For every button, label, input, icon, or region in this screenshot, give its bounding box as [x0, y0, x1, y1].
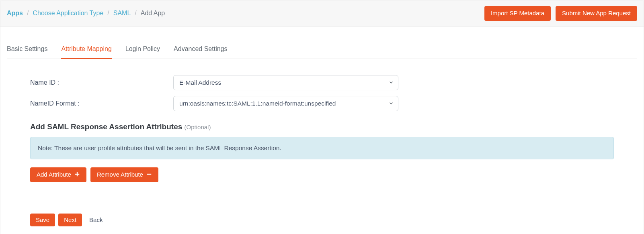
add-attribute-button[interactable]: Add Attribute — [30, 167, 86, 182]
breadcrumb-saml[interactable]: SAML — [113, 10, 131, 17]
import-sp-metadata-button[interactable]: Import SP Metadata — [484, 6, 551, 21]
footer-actions: Save Next Back — [0, 214, 644, 234]
note-box: Note: These are user profile attributes … — [30, 137, 614, 159]
label-nameid-format: NameID Format : — [30, 100, 173, 107]
nameid-format-select[interactable]: urn:oasis:names:tc:SAML:1.1:nameid-forma… — [173, 96, 398, 111]
name-id-select[interactable]: E-Mail Address — [173, 75, 398, 90]
remove-attribute-button[interactable]: Remove Attribute — [90, 167, 158, 182]
row-nameid-format: NameID Format : urn:oasis:names:tc:SAML:… — [30, 96, 614, 111]
svg-rect-1 — [75, 174, 80, 175]
breadcrumb-add-app: Add App — [141, 10, 165, 17]
attribute-actions: Add Attribute Remove Attribute — [30, 167, 614, 182]
breadcrumb-choose-type[interactable]: Choose Application Type — [33, 10, 103, 17]
select-wrap-nameid-format: urn:oasis:names:tc:SAML:1.1:nameid-forma… — [173, 96, 398, 111]
row-name-id: Name ID : E-Mail Address — [30, 75, 614, 90]
section-title-text: Add SAML Response Assertion Attributes — [30, 122, 182, 131]
header-actions: Import SP Metadata Submit New App Reques… — [484, 6, 637, 21]
submit-new-app-request-button[interactable]: Submit New App Request — [556, 6, 637, 21]
tab-advanced-settings[interactable]: Advanced Settings — [174, 41, 227, 59]
breadcrumb-sep: / — [107, 10, 109, 17]
add-attribute-label: Add Attribute — [37, 171, 71, 179]
header-bar: Apps / Choose Application Type / SAML / … — [0, 0, 644, 27]
section-optional: (Optional) — [185, 124, 211, 130]
breadcrumb-sep: / — [27, 10, 29, 17]
svg-rect-2 — [147, 174, 152, 175]
remove-attribute-label: Remove Attribute — [97, 171, 143, 179]
label-name-id: Name ID : — [30, 79, 173, 86]
breadcrumb-apps[interactable]: Apps — [7, 10, 23, 17]
tabs: Basic Settings Attribute Mapping Login P… — [7, 41, 637, 59]
tab-login-policy[interactable]: Login Policy — [125, 41, 160, 59]
form-area: Name ID : E-Mail Address NameID Format :… — [0, 59, 644, 192]
section-title: Add SAML Response Assertion Attributes (… — [30, 122, 614, 131]
tabs-container: Basic Settings Attribute Mapping Login P… — [0, 41, 644, 59]
tab-basic-settings[interactable]: Basic Settings — [7, 41, 47, 59]
tab-attribute-mapping[interactable]: Attribute Mapping — [61, 41, 111, 59]
save-button[interactable]: Save — [30, 214, 55, 227]
breadcrumb-sep: / — [135, 10, 136, 17]
plus-icon — [74, 171, 80, 178]
form-inner: Name ID : E-Mail Address NameID Format :… — [7, 75, 637, 182]
minus-icon — [146, 171, 152, 178]
back-button[interactable]: Back — [85, 214, 107, 226]
breadcrumb: Apps / Choose Application Type / SAML / … — [7, 10, 165, 17]
app-container: Apps / Choose Application Type / SAML / … — [0, 0, 644, 234]
next-button[interactable]: Next — [58, 214, 82, 227]
select-wrap-name-id: E-Mail Address — [173, 75, 398, 90]
